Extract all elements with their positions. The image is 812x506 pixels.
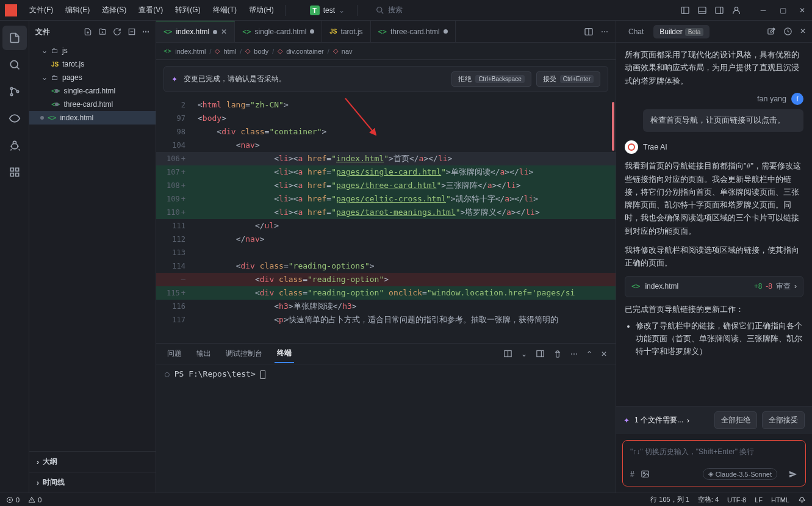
term-tab-debug[interactable]: 调试控制台 bbox=[223, 345, 265, 363]
collapse-icon[interactable] bbox=[128, 27, 136, 36]
status-language[interactable]: HTML bbox=[771, 496, 789, 504]
user-avatar: f bbox=[791, 93, 803, 105]
terminal-split-icon[interactable] bbox=[503, 349, 512, 358]
bc-body[interactable]: body bbox=[254, 48, 268, 55]
tree-file-index[interactable]: <>index.html bbox=[29, 111, 156, 125]
status-spaces[interactable]: 空格: 4 bbox=[698, 495, 719, 504]
tree-file-three[interactable]: <>three-card.html bbox=[29, 98, 156, 111]
new-folder-icon[interactable] bbox=[98, 27, 107, 36]
status-bell-icon[interactable] bbox=[798, 496, 806, 504]
search-input[interactable]: 搜索 bbox=[376, 5, 403, 15]
tab-more-icon[interactable]: ⋯ bbox=[601, 27, 608, 36]
tab-index[interactable]: <>index.html✕ bbox=[156, 21, 235, 42]
layout-right-icon[interactable] bbox=[714, 5, 724, 15]
image-icon[interactable] bbox=[641, 469, 650, 479]
terminal-dropdown-icon[interactable]: ⌄ bbox=[521, 350, 527, 358]
term-tab-terminal[interactable]: 终端 bbox=[275, 344, 294, 363]
user-message: 检查首页导航，让页面链接可以点击。 bbox=[643, 109, 803, 132]
svg-rect-9 bbox=[12, 144, 18, 149]
term-tab-problems[interactable]: 问题 bbox=[165, 345, 184, 363]
menu-edit[interactable]: 编辑(E) bbox=[60, 2, 95, 18]
bc-file[interactable]: index.html bbox=[175, 48, 206, 55]
term-tab-output[interactable]: 输出 bbox=[194, 345, 214, 363]
terminal-new-icon[interactable] bbox=[536, 349, 545, 358]
tab-single[interactable]: <>single-card.html bbox=[235, 21, 322, 42]
ai-new-chat-icon[interactable] bbox=[767, 27, 776, 36]
menu-select[interactable]: 选择(S) bbox=[97, 2, 131, 18]
menu-goto[interactable]: 转到(G) bbox=[170, 2, 205, 18]
reject-all-button[interactable]: 全部拒绝 bbox=[714, 411, 757, 429]
activity-debug[interactable] bbox=[2, 133, 27, 157]
ai-history-icon[interactable] bbox=[783, 27, 792, 36]
accept-button[interactable]: 接受Ctrl+Enter bbox=[536, 71, 600, 87]
project-selector[interactable]: T test ⌄ bbox=[304, 4, 351, 17]
tab-tarot[interactable]: JStarot.js bbox=[322, 21, 370, 42]
status-errors[interactable]: 0 bbox=[6, 496, 20, 504]
tree-file-tarotjs[interactable]: JStarot.js bbox=[29, 57, 156, 71]
sidebar-outline[interactable]: ›大纲 bbox=[29, 451, 156, 472]
menu-view[interactable]: 查看(V) bbox=[134, 2, 168, 18]
status-encoding[interactable]: UTF-8 bbox=[727, 496, 746, 504]
status-position[interactable]: 行 105，列 1 bbox=[650, 495, 689, 504]
refresh-icon[interactable] bbox=[113, 27, 121, 36]
ai-close-icon[interactable]: ✕ bbox=[800, 27, 806, 36]
project-icon: T bbox=[310, 5, 320, 15]
tree-file-single[interactable]: <>single-card.html bbox=[29, 84, 156, 98]
layout-left-icon[interactable] bbox=[680, 5, 690, 15]
account-icon[interactable] bbox=[731, 5, 741, 15]
pending-files[interactable]: 1 个文件需要...› bbox=[634, 415, 710, 425]
terminal-more-icon[interactable]: ⋯ bbox=[570, 350, 578, 358]
diff-banner: ✦ 变更已完成，请确认是否采纳。 拒绝Ctrl+Backspace 接受Ctrl… bbox=[163, 66, 608, 92]
sidebar-title: 文件 bbox=[35, 27, 50, 37]
hash-icon[interactable]: # bbox=[630, 470, 634, 479]
svg-point-7 bbox=[10, 93, 12, 95]
accept-all-button[interactable]: 全部接受 bbox=[762, 411, 805, 429]
activity-search[interactable] bbox=[2, 52, 27, 77]
close-window-icon[interactable]: ✕ bbox=[797, 5, 807, 15]
tree-folder-pages[interactable]: ⌄🗀pages bbox=[29, 71, 156, 84]
terminal-body[interactable]: ○ PS F:\Repos\test> bbox=[156, 364, 616, 493]
ai-name: Trae AI bbox=[643, 141, 667, 154]
status-warnings[interactable]: 0 bbox=[28, 496, 41, 504]
terminal-close-icon[interactable]: ✕ bbox=[601, 350, 607, 358]
send-icon[interactable] bbox=[788, 469, 798, 479]
bc-nav[interactable]: nav bbox=[342, 48, 353, 55]
bc-html[interactable]: html bbox=[223, 48, 236, 55]
layout-bottom-icon[interactable] bbox=[697, 5, 707, 15]
menu-terminal[interactable]: 终端(T) bbox=[208, 2, 242, 18]
bc-container[interactable]: div.container bbox=[286, 48, 324, 55]
tree-folder-js[interactable]: ⌄🗀js bbox=[29, 44, 156, 57]
activity-extensions[interactable] bbox=[2, 160, 27, 184]
ai-input[interactable]: "↑↓" 切换历史输入，"Shift+Enter" 换行 # ◈Claude-3… bbox=[622, 440, 806, 486]
svg-rect-2 bbox=[699, 7, 706, 13]
status-eol[interactable]: LF bbox=[755, 496, 763, 504]
maximize-icon[interactable]: ▢ bbox=[778, 5, 788, 15]
more-icon[interactable]: ⋯ bbox=[142, 27, 149, 36]
code-editor[interactable]: 2<html lang="zh-CN"> 97<body> 98 <div cl… bbox=[156, 98, 616, 343]
activity-preview[interactable] bbox=[2, 106, 27, 131]
reject-button[interactable]: 拒绝Ctrl+Backspace bbox=[451, 71, 531, 87]
svg-point-21 bbox=[643, 472, 645, 474]
ai-list-item: 修改了导航栏中的链接，确保它们正确指向各个功能页面（首页、单张牌阅读、三张牌阵、… bbox=[636, 320, 803, 359]
svg-rect-17 bbox=[537, 351, 544, 357]
minimize-icon[interactable]: ─ bbox=[758, 5, 768, 15]
split-editor-icon[interactable] bbox=[584, 27, 594, 37]
svg-point-4 bbox=[735, 7, 738, 10]
banner-text: 变更已完成，请确认是否采纳。 bbox=[184, 74, 286, 84]
activity-scm[interactable] bbox=[2, 79, 27, 104]
menu-help[interactable]: 帮助(H) bbox=[244, 2, 279, 18]
ai-response-2: 我将修改导航栏和阅读选项区域的链接，使其指向正确的页面。 bbox=[625, 244, 803, 270]
new-file-icon[interactable] bbox=[84, 27, 92, 36]
tab-three[interactable]: <>three-card.html bbox=[371, 21, 456, 42]
ai-tab-builder[interactable]: BuilderBeta bbox=[653, 25, 710, 38]
close-tab-icon[interactable]: ✕ bbox=[221, 27, 227, 36]
activity-explorer[interactable] bbox=[2, 26, 27, 50]
svg-rect-10 bbox=[10, 168, 13, 171]
menu-file[interactable]: 文件(F) bbox=[24, 2, 58, 18]
ai-tab-chat[interactable]: Chat bbox=[622, 25, 650, 38]
model-selector[interactable]: ◈Claude-3.5-Sonnet bbox=[703, 468, 777, 480]
terminal-kill-icon[interactable] bbox=[553, 350, 562, 358]
terminal-maximize-icon[interactable]: ⌃ bbox=[586, 350, 592, 358]
file-change-chip[interactable]: <>index.html +8-8审查› bbox=[625, 276, 803, 297]
sidebar-timeline[interactable]: ›时间线 bbox=[29, 472, 156, 493]
